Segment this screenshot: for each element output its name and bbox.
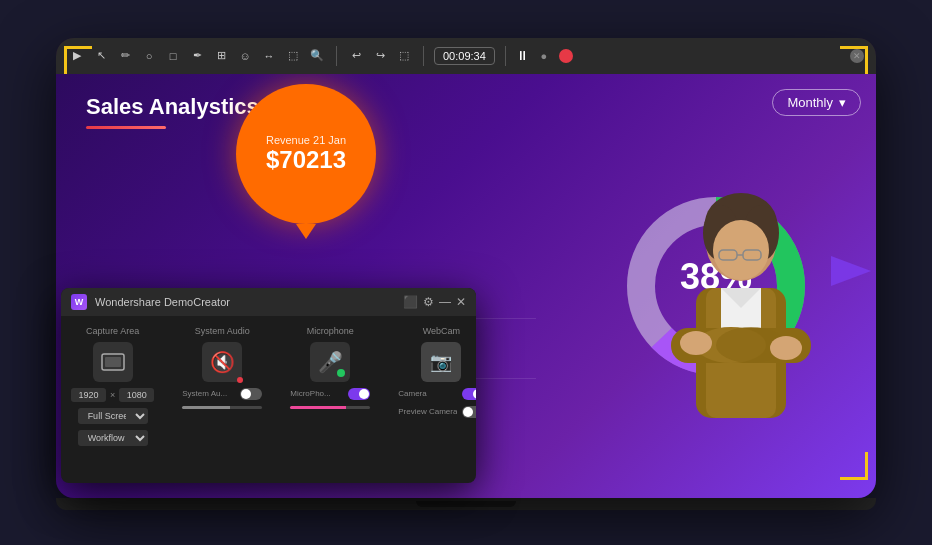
monthly-label: Monthly xyxy=(787,95,833,110)
toolbar-separator-3 xyxy=(505,46,506,66)
webcam-icon-box[interactable]: 📷 xyxy=(421,342,461,382)
webcam-label: WebCam xyxy=(423,326,460,336)
preview-toggle[interactable] xyxy=(462,406,476,418)
system-audio-toggle-label: System Au... xyxy=(182,389,235,398)
system-audio-toggle[interactable] xyxy=(240,388,262,400)
democreator-logo: W xyxy=(71,294,87,310)
democreator-minimize-btn[interactable]: — xyxy=(439,295,451,309)
preview-toggle-label: Preview Camera xyxy=(398,407,457,416)
democreator-settings-btn[interactable]: ⚙ xyxy=(423,295,434,309)
microphone-slider[interactable] xyxy=(290,406,370,409)
democreator-window: W Wondershare DemoCreator ⬛ ⚙ — ✕ Captur… xyxy=(61,288,476,483)
webcam-section: WebCam 📷 Camera Preview Camera xyxy=(398,326,476,473)
camera-toggle-knob xyxy=(473,389,476,399)
svg-marker-0 xyxy=(831,256,871,286)
toolbar-timer: 00:09:34 xyxy=(434,47,495,65)
preview-toggle-knob xyxy=(463,407,473,417)
toolbar-separator-2 xyxy=(423,46,424,66)
toolbar-pen-icon[interactable]: ✒ xyxy=(188,47,206,65)
toolbar-separator-1 xyxy=(336,46,337,66)
system-audio-section: System Audio 🔇 System Au... xyxy=(182,326,262,473)
democreator-content: Capture Area × Full Screen Workflow xyxy=(61,316,476,483)
revenue-bubble: Revenue 21 Jan $70213 xyxy=(236,84,376,224)
fullscreen-dropdown[interactable]: Full Screen xyxy=(78,408,148,424)
toolbar-grid-icon[interactable]: ⊞ xyxy=(212,47,230,65)
microphone-toggle[interactable] xyxy=(348,388,370,400)
microphone-toggle-row: MicroPho... xyxy=(290,388,370,400)
toolbar-pause-button[interactable]: ⏸ xyxy=(516,48,529,63)
democreator-restore-btn[interactable]: ⬛ xyxy=(403,295,418,309)
res-width-input[interactable] xyxy=(71,388,106,402)
capture-area-label: Capture Area xyxy=(86,326,139,336)
outer-wrapper: ▶ ↖ ✏ ○ □ ✒ ⊞ ☺ ↔ ⬚ 🔍 ↩ ↪ ⬚ 00:09:34 ⏸ ● xyxy=(36,28,896,518)
system-audio-toggle-row: System Au... xyxy=(182,388,262,400)
capture-area-icon[interactable] xyxy=(93,342,133,382)
toolbar-search-icon[interactable]: 🔍 xyxy=(308,47,326,65)
svg-point-21 xyxy=(680,331,712,355)
democreator-close-btn[interactable]: ✕ xyxy=(456,295,466,309)
res-height-input[interactable] xyxy=(119,388,154,402)
resolution-row: × xyxy=(71,388,154,402)
screen-toolbar: ▶ ↖ ✏ ○ □ ✒ ⊞ ☺ ↔ ⬚ 🔍 ↩ ↪ ⬚ 00:09:34 ⏸ ● xyxy=(56,38,876,74)
title-underline xyxy=(86,126,166,129)
toolbar-frame-icon[interactable]: ⬚ xyxy=(284,47,302,65)
system-audio-label: System Audio xyxy=(195,326,250,336)
camera-toggle-label: Camera xyxy=(398,389,457,398)
toolbar-undo-icon[interactable]: ↩ xyxy=(347,47,365,65)
corner-bracket-br xyxy=(840,452,868,480)
toolbar-cursor-icon[interactable]: ↖ xyxy=(92,47,110,65)
democreator-window-controls: ⬛ ⚙ — ✕ xyxy=(403,295,466,309)
person-overlay xyxy=(636,178,846,498)
democreator-title: Wondershare DemoCreator xyxy=(95,296,395,308)
camera-toggle-row: Camera xyxy=(398,388,476,400)
democreator-titlebar: W Wondershare DemoCreator ⬛ ⚙ — ✕ xyxy=(61,288,476,316)
camera-toggle[interactable] xyxy=(462,388,476,400)
microphone-label: Microphone xyxy=(307,326,354,336)
system-audio-slider[interactable] xyxy=(182,406,262,409)
svg-rect-24 xyxy=(105,357,121,367)
capture-area-section: Capture Area × Full Screen Workflow xyxy=(71,326,154,473)
microphone-icon-box[interactable]: 🎤 xyxy=(310,342,350,382)
toolbar-emoji-icon[interactable]: ☺ xyxy=(236,47,254,65)
mic-active-indicator xyxy=(337,369,345,377)
workflow-dropdown[interactable]: Workflow xyxy=(78,430,148,446)
svg-point-22 xyxy=(770,336,802,360)
toolbar-pencil-icon[interactable]: ✏ xyxy=(116,47,134,65)
purple-arrow xyxy=(826,246,876,300)
toolbar-copy-icon[interactable]: ⬚ xyxy=(395,47,413,65)
corner-bracket-tl xyxy=(64,46,92,74)
corner-bracket-tr xyxy=(840,46,868,74)
revenue-amount: $70213 xyxy=(266,146,346,174)
toolbar-circle-icon[interactable]: ○ xyxy=(140,47,158,65)
person-silhouette-svg xyxy=(641,188,841,498)
toolbar-redo-icon[interactable]: ↪ xyxy=(371,47,389,65)
microphone-toggle-knob xyxy=(359,389,369,399)
revenue-date-label: Revenue 21 Jan xyxy=(266,134,346,146)
toolbar-rect-icon[interactable]: □ xyxy=(164,47,182,65)
laptop-notch xyxy=(416,501,516,507)
monthly-dropdown[interactable]: Monthly ▾ xyxy=(772,89,861,116)
toolbar-rec-indicator xyxy=(559,49,573,63)
system-audio-toggle-knob xyxy=(241,389,251,399)
microphone-section: Microphone 🎤 MicroPho... xyxy=(290,326,370,473)
toolbar-dot-icon[interactable]: ● xyxy=(535,47,553,65)
res-separator: × xyxy=(110,390,115,400)
audio-mute-indicator xyxy=(237,377,243,383)
system-audio-icon[interactable]: 🔇 xyxy=(202,342,242,382)
dropdown-chevron: ▾ xyxy=(839,95,846,110)
laptop-base xyxy=(56,498,876,510)
preview-toggle-row: Preview Camera xyxy=(398,406,476,418)
microphone-toggle-label: MicroPho... xyxy=(290,389,343,398)
toolbar-arrow-icon[interactable]: ↔ xyxy=(260,47,278,65)
